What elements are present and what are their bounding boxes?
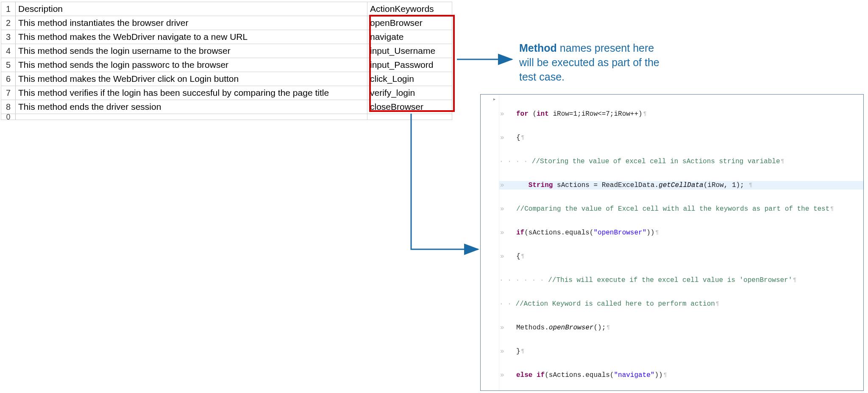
table-row: 4 This method sends the login username t… bbox=[1, 44, 452, 58]
cell-actionkeyword: verify_login bbox=[367, 86, 452, 100]
cell-actionkeyword: closeBrowser bbox=[367, 100, 452, 114]
cell-description: This method sends the login username to … bbox=[16, 44, 367, 58]
cell-actionkeyword: navigate bbox=[367, 30, 452, 44]
cell-description-header: Description bbox=[16, 2, 367, 16]
annotation-bold: Method bbox=[519, 42, 557, 54]
row-number: 7 bbox=[1, 86, 16, 100]
table-row: 5 This method sends the login passworc t… bbox=[1, 58, 452, 72]
cell-description: This method makes the WebDriver click on… bbox=[16, 72, 367, 86]
cell-actionkeywords-header: ActionKeywords bbox=[367, 2, 452, 16]
table-row: 8 This method ends the driver session cl… bbox=[1, 100, 452, 114]
table-row: 6 This method makes the WebDriver click … bbox=[1, 72, 452, 86]
cell-description: This method ends the driver session bbox=[16, 100, 367, 114]
cell-actionkeyword bbox=[367, 114, 452, 120]
table-row: 7 This method verifies if the login has … bbox=[1, 86, 452, 100]
cell-actionkeyword: input_Username bbox=[367, 44, 452, 58]
cell-actionkeyword: input_Password bbox=[367, 58, 452, 72]
row-number: 4 bbox=[1, 44, 16, 58]
row-number: 6 bbox=[1, 72, 16, 86]
row-number: 0 bbox=[1, 114, 16, 120]
cell-description: This method instantiates the browser dri… bbox=[16, 16, 367, 30]
row-number: 1 bbox=[1, 2, 16, 16]
table-row: 1 Description ActionKeywords bbox=[1, 2, 452, 16]
cell-description bbox=[16, 114, 367, 120]
cell-actionkeyword: openBrowser bbox=[367, 16, 452, 30]
row-number: 2 bbox=[1, 16, 16, 30]
table-row: 3 This method makes the WebDriver naviga… bbox=[1, 30, 452, 44]
spreadsheet-table: 1 Description ActionKeywords 2 This meth… bbox=[1, 2, 452, 120]
row-number: 5 bbox=[1, 58, 16, 72]
annotation-text: Method names present here will be execut… bbox=[519, 41, 663, 84]
cell-description: This method sends the login passworc to … bbox=[16, 58, 367, 72]
table-row: 2 This method instantiates the browser d… bbox=[1, 16, 452, 30]
table-row: 0 bbox=[1, 114, 452, 120]
cell-description: This method verifies if the login has be… bbox=[16, 86, 367, 100]
row-number: 3 bbox=[1, 30, 16, 44]
code-body: »for (int iRow=1;iRow<=7;iRow++)¶ »{¶ · … bbox=[499, 95, 863, 390]
row-number: 8 bbox=[1, 100, 16, 114]
code-gutter: ▸ bbox=[481, 95, 499, 390]
cell-actionkeyword: click_Login bbox=[367, 72, 452, 86]
cell-description: This method makes the WebDriver navigate… bbox=[16, 30, 367, 44]
code-editor-panel: ▸ »for (int iRow=1; bbox=[480, 94, 864, 391]
